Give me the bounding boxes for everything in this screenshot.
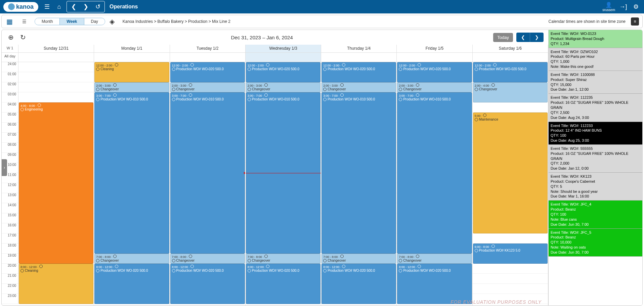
calendar-event[interactable]: 5:00 · Maintenance <box>473 113 548 233</box>
calendar-event[interactable]: 12:00 - 2:00 · Production WO# WO-020 500… <box>246 62 320 82</box>
calendar-event[interactable]: 7:00 - 8:00 · Changeover <box>170 254 245 264</box>
expand-handle[interactable]: › <box>2 159 7 176</box>
logo: kanoa <box>3 2 38 12</box>
calendar-event[interactable]: 8:00 - 12:00 · Production WO# WO-020 500… <box>170 264 245 304</box>
allday-cell[interactable] <box>170 53 246 62</box>
calendar-event[interactable]: 7:00 - 8:00 · Changeover <box>397 254 472 264</box>
tab-month[interactable]: Month <box>35 18 60 25</box>
history-icon[interactable]: ↺ <box>92 2 104 11</box>
panel-toggle-icon[interactable]: ≡ <box>631 17 639 26</box>
calendar-event[interactable]: 3:00 - 7:00 · Production WO# WO-010 500.… <box>94 92 169 254</box>
clock-icon <box>264 93 268 97</box>
allday-cell[interactable] <box>18 53 94 62</box>
eval-watermark: FOR EVALUATION PURPOSES ONLY <box>450 299 542 305</box>
work-order-card[interactable]: Event Title: WO#: 112235Product: 16 OZ "… <box>549 94 642 122</box>
calendar-event[interactable]: 7:00 - 8:00 · Changeover <box>246 254 320 264</box>
clock-icon <box>340 83 344 87</box>
clock-icon <box>96 88 99 91</box>
clock-icon <box>491 245 495 248</box>
clock-icon <box>340 93 344 97</box>
day-column[interactable]: 4:00 - 8:00 · Engineering8:00 - 12:00 · … <box>18 62 94 305</box>
clock-icon <box>20 108 24 111</box>
clock-icon <box>399 259 402 262</box>
allday-row: All day <box>2 53 548 62</box>
clock-icon <box>189 83 192 87</box>
list-mode-icon[interactable]: ☰ <box>20 17 29 26</box>
clock-icon <box>416 255 419 258</box>
clock-icon <box>248 269 251 272</box>
work-order-card[interactable]: Event Title: WO#: JFC_4Product: BeanzQTY… <box>549 201 642 228</box>
calendar-event[interactable]: 12:00 - 2:00 · Production WO# WO-020 500… <box>397 62 472 82</box>
calendar-event[interactable]: 3:00 - 7:00 · Production WO# WO-010 500.… <box>170 92 245 254</box>
refresh-icon[interactable]: ↻ <box>18 33 27 42</box>
work-order-card[interactable]: Event Title: WO#: KK123Product: Coope's … <box>549 173 642 201</box>
clock-icon <box>20 269 24 272</box>
calendar-event[interactable]: 2:00 - 3:00 · Changeover <box>170 82 245 92</box>
back-icon[interactable]: ❮ <box>68 2 80 11</box>
calendar-event[interactable]: 8:00 - 12:00 · Production WO# WO-020 500… <box>397 264 472 304</box>
calendar-event[interactable]: 2:00 - 3:00 · Changeover <box>246 82 320 92</box>
work-order-card[interactable]: Event Title: WO#: DZWO102Product: 60 Par… <box>549 48 642 71</box>
allday-cell[interactable] <box>246 53 321 62</box>
allday-cell[interactable] <box>321 53 397 62</box>
layers-icon[interactable]: ◈ <box>108 17 117 26</box>
calendar-toolbar: ⊕ ↻ Dec 31, 2023 – Jan 6, 2024 Today ❮ ❯ <box>2 30 548 45</box>
clock-icon <box>418 265 421 268</box>
calendar-event[interactable]: 12:00 - 2:00 · Cleaning <box>94 62 169 82</box>
calendar-event[interactable]: 8:00 - 12:00 · Cleaning <box>19 264 93 304</box>
calendar-event[interactable]: 7:00 - 8:00 · Changeover <box>321 254 396 264</box>
clock-icon <box>475 249 478 252</box>
allday-cell[interactable] <box>473 53 548 62</box>
calendar-event[interactable]: 6:00 - 8:00 · Production WO# KK123 5.0 <box>473 244 548 264</box>
work-order-card[interactable]: Event Title: WO#: 112233Product: 12 4" I… <box>549 122 642 145</box>
user-menu[interactable]: 👤 srussem <box>602 2 615 12</box>
clock-icon <box>266 265 269 268</box>
calendar-event[interactable]: 8:00 - 12:00 · Production WO# WO-020 500… <box>321 264 396 304</box>
allday-cell[interactable] <box>94 53 170 62</box>
prev-week-button[interactable]: ❮ <box>516 33 530 42</box>
work-order-card[interactable]: Event Title: WO#: JFC_5Product: BeanzQTY… <box>549 229 642 257</box>
work-order-card[interactable]: Event Title: WO#: WO-0123Product: Multig… <box>549 30 642 48</box>
clock-icon <box>340 255 344 258</box>
calendar-event[interactable]: 2:00 - 3:00 · Changeover <box>94 82 169 92</box>
home-icon[interactable]: ⌂ <box>54 2 64 11</box>
forward-icon[interactable]: ❯ <box>80 2 92 11</box>
hour-label: 01:00 <box>2 72 18 82</box>
tab-week[interactable]: Week <box>60 18 84 25</box>
work-order-card[interactable]: Event Title: WO#: 1100088Product: Super … <box>549 71 642 94</box>
side-panel[interactable]: Event Title: WO#: WO-0123Product: Multig… <box>548 30 642 305</box>
calendar-event[interactable]: 3:00 - 7:00 · Production WO# WO-010 500.… <box>397 92 472 254</box>
settings-icon[interactable]: ⚙ <box>631 2 641 11</box>
calendar-mode-icon[interactable]: ▦ <box>5 17 14 26</box>
calendar-event[interactable]: 3:00 - 7:00 · Production WO# WO-010 500.… <box>321 92 396 254</box>
day-column[interactable]: 12:00 - 2:00 · Production WO# WO-020 500… <box>170 62 246 305</box>
day-header-row: W 1 Sunday 12/31Monday 1/1Tuesday 1/2Wed… <box>2 45 548 53</box>
calendar-event[interactable]: 12:00 - 2:00 · Production WO# WO-020 500… <box>473 62 548 82</box>
add-event-icon[interactable]: ⊕ <box>6 33 15 42</box>
calendar-event[interactable]: 12:00 - 2:00 · Production WO# WO-020 500… <box>321 62 396 82</box>
allday-cell[interactable] <box>397 53 472 62</box>
next-week-button[interactable]: ❯ <box>530 33 544 42</box>
calendar-event[interactable]: 12:00 - 2:00 · Production WO# WO-020 500… <box>170 62 245 82</box>
tab-day[interactable]: Day <box>84 18 105 25</box>
today-button[interactable]: Today <box>493 33 513 42</box>
hour-label: 02:00 <box>2 82 18 92</box>
calendar-event[interactable]: 2:00 - 3:00 · Changeover <box>397 82 472 92</box>
calendar-event[interactable]: 2:00 - 3:00 · Changeover <box>321 82 396 92</box>
calendar-event[interactable]: 7:00 - 8:00 · Changeover <box>94 254 169 264</box>
calendar-event[interactable]: 4:00 - 8:00 · Engineering <box>19 102 93 264</box>
day-column[interactable]: 12:00 - 2:00 · Production WO# WO-020 500… <box>473 62 548 305</box>
day-column[interactable]: 12:00 - 2:00 · Production WO# WO-020 500… <box>397 62 472 305</box>
day-column[interactable]: 12:00 - 2:00 · Production WO# WO-020 500… <box>321 62 397 305</box>
work-order-card[interactable]: Event Title: WO#: 555555Product: 16 OZ "… <box>549 145 642 173</box>
calendar-event[interactable]: 8:00 - 12:00 · Production WO# WO-020 500… <box>246 264 320 304</box>
day-column[interactable]: 12:00 - 2:00 · Production WO# WO-020 500… <box>246 62 321 305</box>
hours-area[interactable]: 24:0001:0002:0003:0004:0005:0006:0007:00… <box>2 62 548 305</box>
login-icon[interactable]: →] <box>618 2 628 11</box>
clock-icon <box>475 118 478 121</box>
calendar-event[interactable]: 2:00 - 4:00 · Changeover <box>473 82 548 102</box>
menu-icon[interactable]: ☰ <box>42 2 52 11</box>
calendar-event[interactable]: 8:00 - 12:00 · Production WO# WO-020 500… <box>94 264 169 304</box>
day-column[interactable]: 12:00 - 2:00 · Cleaning2:00 - 3:00 · Cha… <box>94 62 170 305</box>
clock-icon <box>190 63 194 67</box>
